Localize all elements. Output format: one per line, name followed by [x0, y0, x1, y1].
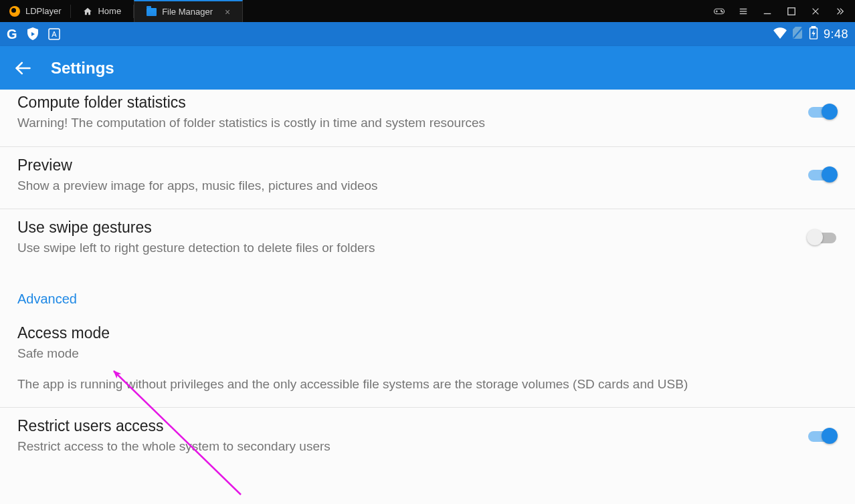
setting-title: Restrict users access	[17, 417, 793, 435]
setting-title: Preview	[17, 156, 793, 174]
svg-point-3	[721, 10, 721, 11]
setting-swipe-gestures[interactable]: Use swipe gestures Use swipe left to rig…	[0, 209, 855, 271]
language-icon: A	[48, 28, 60, 40]
setting-title: Use swipe gestures	[17, 219, 793, 237]
folder-icon	[147, 8, 157, 16]
setting-description: The app is running without privileges an…	[17, 376, 838, 393]
menu-icon[interactable]	[737, 5, 749, 17]
setting-subtitle: Show a preview image for apps, music fil…	[17, 177, 793, 195]
home-icon	[83, 7, 92, 16]
clock: 9:48	[824, 27, 848, 41]
setting-subtitle: Warning! The computation of folder stati…	[17, 114, 793, 132]
wifi-icon	[773, 27, 787, 41]
setting-subtitle: Use swipe left to right gesture detectio…	[17, 239, 793, 257]
page-title: Settings	[51, 59, 114, 78]
setting-title: Access mode	[17, 324, 838, 342]
setting-title: Compute folder statistics	[17, 94, 793, 112]
ldplayer-icon	[9, 6, 20, 17]
tab-home-label: Home	[98, 6, 121, 16]
close-tab-icon[interactable]: ×	[225, 7, 230, 17]
minimize-icon[interactable]	[761, 5, 773, 17]
toggle-restrict[interactable]	[807, 428, 838, 445]
setting-access-mode[interactable]: Access mode Safe mode The app is running…	[0, 315, 855, 408]
tab-file-manager-label: File Manager	[162, 7, 213, 17]
google-icon: G	[7, 27, 17, 42]
more-icon[interactable]	[834, 5, 846, 17]
setting-compute-folder-stats[interactable]: Compute folder statistics Warning! The c…	[0, 90, 855, 147]
svg-point-4	[722, 11, 723, 12]
setting-value: Safe mode	[17, 345, 838, 362]
setting-preview[interactable]: Preview Show a preview image for apps, m…	[0, 147, 855, 210]
toggle-swipe[interactable]	[807, 229, 838, 247]
svg-rect-9	[788, 7, 795, 15]
window-controls	[713, 5, 855, 17]
close-window-icon[interactable]	[810, 5, 822, 17]
battery-charging-icon	[809, 26, 818, 42]
emulator-titlebar: LDPlayer Home File Manager ×	[0, 0, 855, 22]
settings-list: Compute folder statistics Warning! The c…	[0, 90, 855, 504]
maximize-icon[interactable]	[785, 5, 797, 17]
tab-home[interactable]: Home	[71, 0, 133, 22]
tab-file-manager[interactable]: File Manager ×	[134, 0, 243, 22]
no-sim-icon	[793, 27, 803, 41]
setting-subtitle: Restrict access to the whole system to s…	[17, 438, 793, 455]
gamepad-icon[interactable]	[713, 5, 725, 17]
app-bar: Settings	[0, 46, 855, 90]
android-statusbar: G A 9:48	[0, 22, 855, 46]
toggle-preview[interactable]	[807, 166, 838, 184]
section-header-advanced: Advanced	[0, 271, 855, 315]
toggle-compute-stats[interactable]	[807, 104, 838, 121]
setting-restrict-users[interactable]: Restrict users access Restrict access to…	[0, 408, 855, 461]
back-button[interactable]	[13, 59, 32, 78]
svg-rect-16	[812, 26, 815, 27]
svg-text:A: A	[52, 30, 57, 38]
shield-icon	[27, 27, 39, 41]
emulator-label: LDPlayer	[25, 6, 61, 16]
emulator-app-name: LDPlayer	[0, 0, 70, 22]
